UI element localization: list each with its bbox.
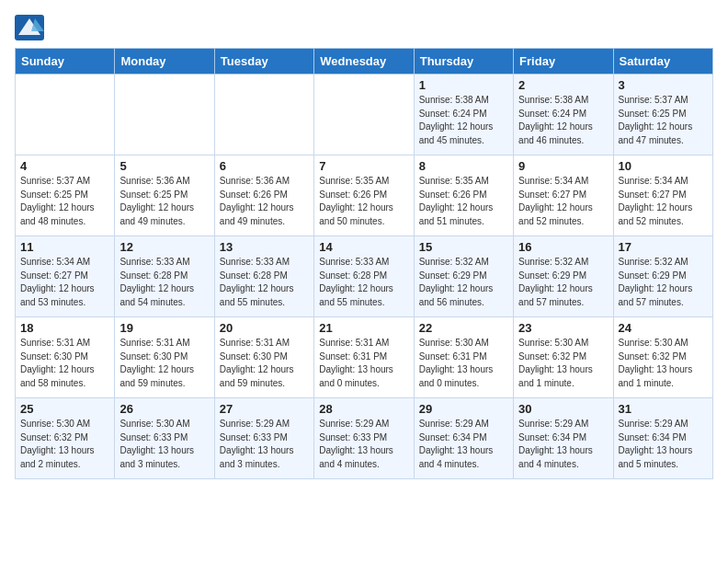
logo-icon: [15, 15, 44, 40]
day-number: 30: [518, 402, 608, 416]
day-info: Sunrise: 5:33 AM Sunset: 6:28 PM Dayligh…: [119, 256, 209, 309]
day-info: Sunrise: 5:32 AM Sunset: 6:29 PM Dayligh…: [518, 256, 608, 309]
calendar-cell: 20Sunrise: 5:31 AM Sunset: 6:30 PM Dayli…: [214, 317, 313, 398]
day-number: 2: [518, 78, 608, 92]
day-header-monday: Monday: [115, 49, 214, 75]
day-info: Sunrise: 5:33 AM Sunset: 6:28 PM Dayligh…: [220, 256, 309, 309]
day-header-tuesday: Tuesday: [214, 49, 313, 75]
day-info: Sunrise: 5:29 AM Sunset: 6:33 PM Dayligh…: [319, 418, 408, 471]
day-number: 21: [319, 321, 408, 335]
day-number: 6: [220, 159, 309, 173]
day-number: 1: [419, 78, 508, 92]
day-number: 13: [220, 240, 309, 254]
day-info: Sunrise: 5:31 AM Sunset: 6:30 PM Dayligh…: [20, 337, 109, 390]
day-info: Sunrise: 5:38 AM Sunset: 6:24 PM Dayligh…: [518, 94, 608, 147]
day-info: Sunrise: 5:32 AM Sunset: 6:29 PM Dayligh…: [419, 256, 508, 309]
day-number: 19: [119, 321, 209, 335]
calendar-cell: 26Sunrise: 5:30 AM Sunset: 6:33 PM Dayli…: [115, 398, 214, 479]
day-number: 14: [319, 240, 408, 254]
day-number: 23: [518, 321, 608, 335]
calendar-cell: 10Sunrise: 5:34 AM Sunset: 6:27 PM Dayli…: [613, 155, 712, 236]
calendar-cell: 28Sunrise: 5:29 AM Sunset: 6:33 PM Dayli…: [314, 398, 414, 479]
day-number: 9: [518, 159, 608, 173]
day-number: 27: [220, 402, 309, 416]
day-info: Sunrise: 5:36 AM Sunset: 6:26 PM Dayligh…: [220, 175, 309, 228]
day-info: Sunrise: 5:34 AM Sunset: 6:27 PM Dayligh…: [518, 175, 608, 228]
day-number: 7: [319, 159, 408, 173]
day-number: 31: [619, 402, 708, 416]
day-number: 8: [419, 159, 508, 173]
calendar-cell: 9Sunrise: 5:34 AM Sunset: 6:27 PM Daylig…: [514, 155, 613, 236]
day-number: 12: [119, 240, 209, 254]
logo: [15, 15, 48, 40]
day-info: Sunrise: 5:35 AM Sunset: 6:26 PM Dayligh…: [419, 175, 508, 228]
day-number: 28: [319, 402, 408, 416]
calendar-cell: 13Sunrise: 5:33 AM Sunset: 6:28 PM Dayli…: [214, 236, 313, 317]
day-info: Sunrise: 5:31 AM Sunset: 6:30 PM Dayligh…: [119, 337, 209, 390]
calendar-cell: 22Sunrise: 5:30 AM Sunset: 6:31 PM Dayli…: [414, 317, 513, 398]
day-number: 5: [119, 159, 209, 173]
day-info: Sunrise: 5:32 AM Sunset: 6:29 PM Dayligh…: [619, 256, 708, 309]
day-number: 26: [119, 402, 209, 416]
day-number: 29: [419, 402, 508, 416]
calendar-cell: 30Sunrise: 5:29 AM Sunset: 6:34 PM Dayli…: [514, 398, 613, 479]
calendar-cell: 16Sunrise: 5:32 AM Sunset: 6:29 PM Dayli…: [514, 236, 613, 317]
calendar-cell: 12Sunrise: 5:33 AM Sunset: 6:28 PM Dayli…: [115, 236, 214, 317]
calendar-cell: 24Sunrise: 5:30 AM Sunset: 6:32 PM Dayli…: [613, 317, 712, 398]
day-number: 22: [419, 321, 508, 335]
calendar-cell: 29Sunrise: 5:29 AM Sunset: 6:34 PM Dayli…: [414, 398, 513, 479]
day-number: 3: [619, 78, 708, 92]
day-number: 24: [619, 321, 708, 335]
calendar-cell: 3Sunrise: 5:37 AM Sunset: 6:25 PM Daylig…: [613, 75, 712, 155]
day-info: Sunrise: 5:29 AM Sunset: 6:34 PM Dayligh…: [419, 418, 508, 471]
calendar-cell: 15Sunrise: 5:32 AM Sunset: 6:29 PM Dayli…: [414, 236, 513, 317]
calendar-cell: 25Sunrise: 5:30 AM Sunset: 6:32 PM Dayli…: [16, 398, 115, 479]
calendar-cell: 6Sunrise: 5:36 AM Sunset: 6:26 PM Daylig…: [214, 155, 313, 236]
day-header-saturday: Saturday: [613, 49, 712, 75]
day-info: Sunrise: 5:30 AM Sunset: 6:31 PM Dayligh…: [419, 337, 508, 390]
header: [15, 15, 713, 40]
day-number: 25: [20, 402, 109, 416]
day-info: Sunrise: 5:31 AM Sunset: 6:31 PM Dayligh…: [319, 337, 408, 390]
day-info: Sunrise: 5:31 AM Sunset: 6:30 PM Dayligh…: [220, 337, 309, 390]
calendar-cell: [314, 75, 414, 155]
calendar-cell: 21Sunrise: 5:31 AM Sunset: 6:31 PM Dayli…: [314, 317, 414, 398]
calendar-cell: [115, 75, 214, 155]
day-info: Sunrise: 5:33 AM Sunset: 6:28 PM Dayligh…: [319, 256, 408, 309]
day-info: Sunrise: 5:29 AM Sunset: 6:33 PM Dayligh…: [220, 418, 309, 471]
day-info: Sunrise: 5:37 AM Sunset: 6:25 PM Dayligh…: [20, 175, 109, 228]
day-info: Sunrise: 5:30 AM Sunset: 6:32 PM Dayligh…: [518, 337, 608, 390]
calendar-cell: 18Sunrise: 5:31 AM Sunset: 6:30 PM Dayli…: [16, 317, 115, 398]
calendar-table: SundayMondayTuesdayWednesdayThursdayFrid…: [15, 48, 713, 479]
calendar-cell: 27Sunrise: 5:29 AM Sunset: 6:33 PM Dayli…: [214, 398, 313, 479]
calendar-cell: 23Sunrise: 5:30 AM Sunset: 6:32 PM Dayli…: [514, 317, 613, 398]
calendar-cell: [16, 75, 115, 155]
calendar-cell: 5Sunrise: 5:36 AM Sunset: 6:25 PM Daylig…: [115, 155, 214, 236]
day-info: Sunrise: 5:29 AM Sunset: 6:34 PM Dayligh…: [619, 418, 708, 471]
day-header-friday: Friday: [514, 49, 613, 75]
calendar-cell: 14Sunrise: 5:33 AM Sunset: 6:28 PM Dayli…: [314, 236, 414, 317]
day-info: Sunrise: 5:30 AM Sunset: 6:32 PM Dayligh…: [20, 418, 109, 471]
day-info: Sunrise: 5:34 AM Sunset: 6:27 PM Dayligh…: [20, 256, 109, 309]
day-number: 4: [20, 159, 109, 173]
day-header-wednesday: Wednesday: [314, 49, 414, 75]
day-number: 18: [20, 321, 109, 335]
day-info: Sunrise: 5:29 AM Sunset: 6:34 PM Dayligh…: [518, 418, 608, 471]
day-info: Sunrise: 5:35 AM Sunset: 6:26 PM Dayligh…: [319, 175, 408, 228]
day-number: 15: [419, 240, 508, 254]
day-number: 16: [518, 240, 608, 254]
day-info: Sunrise: 5:37 AM Sunset: 6:25 PM Dayligh…: [619, 94, 708, 147]
calendar-cell: 1Sunrise: 5:38 AM Sunset: 6:24 PM Daylig…: [414, 75, 513, 155]
day-number: 17: [619, 240, 708, 254]
day-info: Sunrise: 5:34 AM Sunset: 6:27 PM Dayligh…: [619, 175, 708, 228]
calendar-cell: 31Sunrise: 5:29 AM Sunset: 6:34 PM Dayli…: [613, 398, 712, 479]
calendar-cell: [214, 75, 313, 155]
day-number: 20: [220, 321, 309, 335]
day-number: 10: [619, 159, 708, 173]
day-info: Sunrise: 5:30 AM Sunset: 6:32 PM Dayligh…: [619, 337, 708, 390]
calendar-cell: 7Sunrise: 5:35 AM Sunset: 6:26 PM Daylig…: [314, 155, 414, 236]
day-info: Sunrise: 5:30 AM Sunset: 6:33 PM Dayligh…: [119, 418, 209, 471]
calendar-cell: 4Sunrise: 5:37 AM Sunset: 6:25 PM Daylig…: [16, 155, 115, 236]
calendar-cell: 8Sunrise: 5:35 AM Sunset: 6:26 PM Daylig…: [414, 155, 513, 236]
calendar-cell: 19Sunrise: 5:31 AM Sunset: 6:30 PM Dayli…: [115, 317, 214, 398]
